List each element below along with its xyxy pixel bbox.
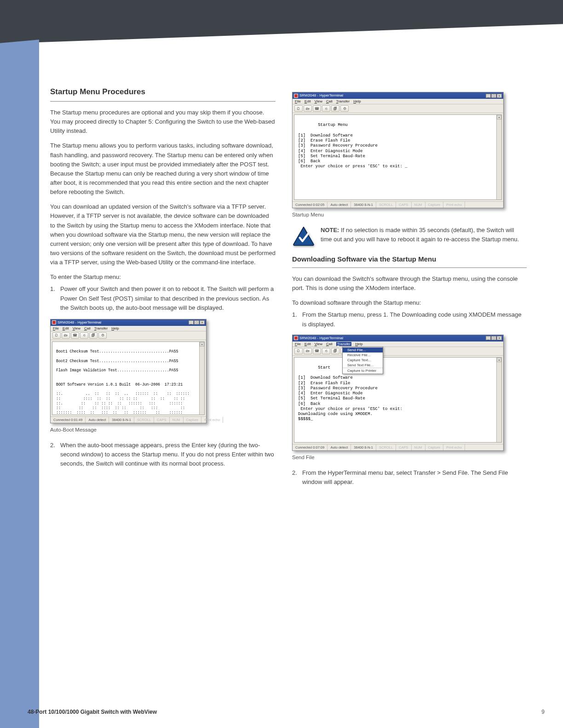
status-proto: 38400 8-N-1	[109, 417, 134, 423]
figure-caption: Auto-Boot Message	[50, 427, 276, 432]
footer-product: 48-Port 10/100/1000 Gigabit Switch with …	[28, 709, 157, 715]
status-detect: Auto detect	[86, 417, 109, 423]
dropdown-item-send-file[interactable]: Send File...	[343, 347, 383, 353]
status-proto: 38400 8-N-1	[351, 444, 376, 450]
note-text: NOTE: If no selection is made within 35 …	[321, 226, 527, 244]
window-title: SRW2048 - HyperTerminal	[57, 321, 101, 324]
window-statusbar: Connected 0:01:49 Auto detect 38400 8-N-…	[51, 416, 206, 423]
dropdown-item-receive-file[interactable]: Receive File...	[343, 353, 383, 358]
toolbar-button[interactable]: ☎	[313, 105, 321, 112]
menu-call[interactable]: Call	[326, 342, 333, 346]
menu-file[interactable]: File	[295, 342, 301, 346]
menu-file[interactable]: File	[295, 99, 301, 103]
toolbar-button[interactable]: 🗁	[62, 332, 70, 339]
window-toolbar: 🗋 🗁 ☎ ⎋ 🗐 ⚙	[293, 104, 503, 113]
page-footer: Chapter 4 48-Port 10/100/1000 Gigabit Sw…	[28, 709, 545, 715]
minimize-button[interactable]: _	[189, 320, 194, 324]
window-titlebar: SRW2048 - HyperTerminal _ □ ×	[51, 319, 206, 326]
status-caps: CAPS	[396, 444, 411, 450]
status-time: Connected 0:02:05	[293, 202, 327, 208]
step-number: 2.	[292, 468, 297, 478]
toolbar-button[interactable]: ⚙	[340, 105, 349, 112]
status-capture: Capture	[425, 202, 444, 208]
step-item: When the auto-boot message appears, pres…	[50, 441, 276, 468]
hyperterminal-window-sendfile: SRW2048 - HyperTerminal _ □ × File Edit …	[292, 335, 504, 451]
minimize-button[interactable]: _	[486, 336, 491, 340]
window-menubar: File Edit View Call Transfer Help	[293, 341, 503, 347]
status-scroll: SCROLL	[134, 417, 154, 423]
paragraph: To enter the Startup menu:	[50, 273, 276, 282]
app-icon	[294, 94, 298, 98]
close-button[interactable]: ×	[497, 336, 502, 340]
footer-right: Configuration Using the Console Interfac…	[541, 709, 545, 715]
menu-view[interactable]: View	[315, 342, 322, 346]
status-num: NUM	[170, 417, 184, 423]
toolbar-button[interactable]: 🗐	[331, 105, 339, 112]
menu-file[interactable]: File	[53, 326, 59, 330]
step-item: 2. From the HyperTerminal menu bar, sele…	[292, 468, 527, 487]
toolbar-button[interactable]: ⎋	[322, 348, 330, 354]
scrollbar[interactable]: ▴	[496, 115, 501, 199]
close-button[interactable]: ×	[200, 320, 205, 324]
status-detect: Auto detect	[327, 444, 351, 450]
toolbar-button[interactable]: 🗁	[304, 348, 312, 354]
window-titlebar: SRW2048 - HyperTerminal _ □ ×	[293, 335, 503, 341]
app-icon	[52, 320, 56, 324]
status-caps: CAPS	[396, 202, 411, 208]
toolbar-button[interactable]: 🗐	[89, 332, 98, 339]
maximize-button[interactable]: □	[194, 320, 199, 324]
page-body: Startup Menu Procedures The Startup menu…	[39, 55, 563, 728]
minimize-button[interactable]: _	[486, 94, 491, 98]
menu-transfer[interactable]: Transfer	[336, 99, 350, 103]
toolbar-button[interactable]: 🗋	[294, 105, 303, 112]
menu-edit[interactable]: Edit	[63, 326, 69, 330]
toolbar-button[interactable]: 🗋	[294, 348, 303, 354]
terminal-output: Start [1] Download Software [2] Erase Fl…	[294, 357, 502, 443]
dropdown-item-capture-printer[interactable]: Capture to Printer	[343, 368, 383, 373]
menu-edit[interactable]: Edit	[304, 99, 311, 103]
menu-view[interactable]: View	[73, 326, 80, 330]
hyperterminal-window-startup: SRW2048 - HyperTerminal _ □ × File Edit …	[292, 92, 504, 208]
toolbar-button[interactable]: ☎	[71, 332, 79, 339]
menu-help[interactable]: Help	[355, 342, 362, 346]
status-capture: Capture	[425, 444, 444, 450]
close-button[interactable]: ×	[497, 94, 502, 98]
status-num: NUM	[412, 444, 425, 450]
menu-transfer[interactable]: Transfer	[336, 342, 352, 346]
paragraph: The Startup menu procedures are optional…	[50, 108, 276, 136]
menu-edit[interactable]: Edit	[304, 342, 311, 346]
status-proto: 38400 8-N-1	[351, 202, 376, 208]
status-detect: Auto detect	[327, 202, 351, 208]
scrollbar[interactable]: ▴	[199, 342, 204, 415]
paragraph: To download software through the Startup…	[292, 298, 527, 307]
toolbar-button[interactable]: ⎋	[322, 105, 330, 112]
status-printecho: Print echo	[443, 444, 465, 450]
menu-view[interactable]: View	[315, 99, 322, 103]
toolbar-button[interactable]: 🗐	[331, 348, 339, 354]
section-title: Startup Menu Procedures	[50, 87, 276, 97]
dropdown-item-capture-text[interactable]: Capture Text...	[343, 358, 383, 363]
window-titlebar: SRW2048 - HyperTerminal _ □ ×	[293, 92, 503, 99]
menu-call[interactable]: Call	[326, 99, 333, 103]
toolbar-button[interactable]: 🗋	[52, 332, 61, 339]
maximize-button[interactable]: □	[491, 94, 496, 98]
checkmark-triangle-icon	[292, 226, 315, 247]
menu-call[interactable]: Call	[84, 326, 91, 330]
toolbar-button[interactable]: ⎋	[80, 332, 88, 339]
toolbar-button[interactable]: ☎	[313, 348, 321, 354]
toolbar-button[interactable]: ⚙	[98, 332, 107, 339]
menu-transfer[interactable]: Transfer	[94, 326, 108, 330]
maximize-button[interactable]: □	[491, 336, 496, 340]
window-toolbar: 🗋 🗁 ☎ ⎋ 🗐 ⚙ Send File... Receive File...…	[293, 347, 503, 356]
left-column: Startup Menu Procedures The Startup menu…	[50, 87, 276, 696]
window-menubar: File Edit View Call Transfer Help	[293, 99, 503, 104]
status-time: Connected 0:07:09	[293, 444, 327, 450]
menu-help[interactable]: Help	[111, 326, 119, 330]
menu-help[interactable]: Help	[353, 99, 361, 103]
scrollbar[interactable]: ▴	[496, 358, 501, 442]
dropdown-item-send-text-file[interactable]: Send Text File...	[343, 363, 383, 368]
status-printecho: Print echo	[443, 202, 465, 208]
footer-left: Chapter 4 48-Port 10/100/1000 Gigabit Sw…	[28, 709, 157, 715]
toolbar-button[interactable]: 🗁	[304, 105, 312, 112]
section-rule	[50, 101, 276, 102]
